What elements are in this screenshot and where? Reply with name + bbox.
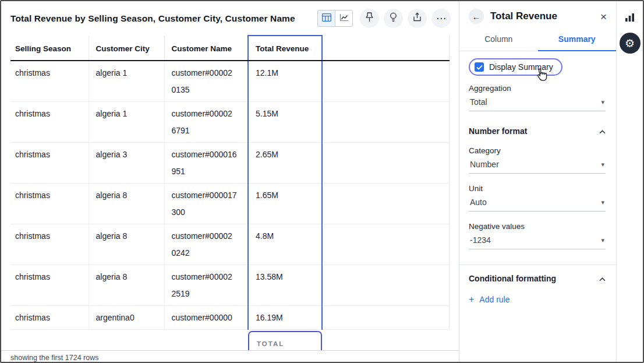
category-label: Category [469,146,606,155]
plus-icon: + [469,295,474,304]
table-row: christmas algeria 1 customer#000020135 1… [10,61,450,102]
unit-label: Unit [469,184,606,193]
cell-name[interactable]: customer#000017300 [164,184,248,224]
cell-city[interactable]: algeria 8 [89,224,164,265]
cell-city[interactable]: algeria 3 [89,143,164,184]
checkbox-checked-icon[interactable] [475,62,484,72]
table-view-icon [322,13,331,23]
negative-values-label: Negative values [469,222,606,231]
display-summary-label[interactable]: Display Summary [489,62,553,72]
close-panel-button[interactable]: × [600,11,607,22]
column-header-selling-season[interactable]: Selling Season [10,36,89,61]
add-rule-label: Add rule [479,295,509,304]
chart-config-button[interactable] [625,13,635,24]
cell-season[interactable]: christmas [10,306,89,330]
tab-summary[interactable]: Summary [538,29,617,51]
pin-button[interactable] [360,9,379,28]
aggregation-label: Aggregation [469,84,606,93]
panel-header: ← Total Revenue × [459,1,616,29]
settings-gear-button[interactable]: ⚙ [620,33,641,54]
insights-button[interactable] [384,9,403,28]
chart-view-button[interactable] [335,10,353,27]
column-header-total-revenue[interactable]: Total Revenue [248,36,322,61]
cell-season[interactable]: christmas [10,184,89,224]
cell-season[interactable]: christmas [10,265,89,306]
conditional-formatting-section-header[interactable]: Conditional formatting [469,274,606,283]
answer-header: Total Revenue by Selling Season, Custome… [1,1,459,31]
data-table: Selling Season Customer City Customer Na… [10,35,450,350]
cell-revenue[interactable]: 13.58M [248,265,322,306]
unit-select[interactable]: Auto ▾ [469,193,606,212]
table-container: Selling Season Customer City Customer Na… [1,31,459,350]
cell-season[interactable]: christmas [10,61,89,102]
table-row: christmas algeria 8 customer#000017300 1… [10,184,450,224]
cell-season[interactable]: christmas [10,102,89,143]
panel-tabs: Column Summary [459,29,616,51]
share-icon [413,12,422,24]
negative-values-select[interactable]: -1234 ▾ [469,231,606,249]
total-summary-box: TOTAL 18.05B [248,331,322,350]
category-select[interactable]: Number ▾ [469,155,606,174]
cell-name[interactable]: customer#000020135 [164,61,248,102]
conditional-formatting-title: Conditional formatting [469,274,556,283]
total-summary-label: TOTAL [257,338,313,350]
right-rail: ⚙ [616,1,643,362]
cell-empty [322,265,450,306]
chevron-down-icon: ▾ [601,98,604,106]
cell-name[interactable]: customer#000020242 [164,224,248,265]
cell-season[interactable]: christmas [10,143,89,184]
chevron-down-icon: ▾ [601,199,604,206]
aggregation-select[interactable]: Total ▾ [469,93,606,111]
cell-name[interactable]: customer#000026791 [164,102,248,143]
bar-chart-icon [625,15,635,24]
answer-area: Total Revenue by Selling Season, Custome… [1,1,459,362]
share-button[interactable] [408,9,427,28]
cell-name[interactable]: customer#00000 [164,306,248,330]
tab-column[interactable]: Column [459,29,538,51]
number-format-section-header[interactable]: Number format [469,126,606,136]
cell-empty [322,224,450,265]
cell-city[interactable]: algeria 8 [89,184,164,224]
category-value: Number [470,160,499,169]
cell-revenue[interactable]: 1.65M [248,184,322,224]
header-row: Selling Season Customer City Customer Na… [10,36,450,61]
cell-empty [322,143,450,184]
cell-revenue[interactable]: 12.1M [248,61,322,102]
cell-revenue[interactable]: 16.19M [248,306,322,330]
cell-city[interactable]: algeria 8 [89,265,164,306]
unit-value: Auto [470,198,487,207]
cell-revenue[interactable]: 2.65M [248,143,322,184]
panel-body: Display Summary Aggregation Total ▾ Numb… [459,51,616,362]
lightbulb-icon [390,12,397,25]
cell-revenue[interactable]: 4.8M [248,224,322,265]
table-row: christmas argentina0 customer#00000 16.1… [10,306,450,330]
aggregation-value: Total [470,97,487,107]
table-view-button[interactable] [317,10,335,27]
negative-values-value: -1234 [470,235,491,245]
gear-icon: ⚙ [625,37,635,50]
cell-city[interactable]: algeria 1 [89,61,164,102]
cell-name[interactable]: customer#000022519 [164,265,248,306]
more-options-button[interactable]: ⋯ [431,9,451,28]
back-button[interactable]: ← [469,9,484,24]
table-row: christmas algeria 1 customer#000026791 5… [10,102,450,143]
back-arrow-icon: ← [472,12,481,22]
cell-revenue[interactable]: 5.15M [248,102,322,143]
cell-season[interactable]: christmas [10,224,89,265]
row-count-footer: showing the first 1724 rows [1,350,459,362]
summary-cell: TOTAL 18.05B [248,330,322,351]
column-header-empty [322,36,450,61]
pin-icon [366,12,373,25]
cell-empty [322,61,450,102]
column-header-customer-name[interactable]: Customer Name [164,36,248,61]
number-format-title: Number format [469,126,527,136]
add-rule-button[interactable]: + Add rule [469,295,606,304]
chevron-up-icon [599,126,606,136]
summary-row: TOTAL 18.05B [10,330,450,351]
column-header-customer-city[interactable]: Customer City [89,36,164,61]
chevron-down-icon: ▾ [601,161,604,168]
cell-city[interactable]: algeria 1 [89,102,164,143]
cell-city[interactable]: argentina0 [89,306,164,330]
table-row: christmas algeria 3 customer#000016951 2… [10,143,450,184]
cell-name[interactable]: customer#000016951 [164,143,248,184]
